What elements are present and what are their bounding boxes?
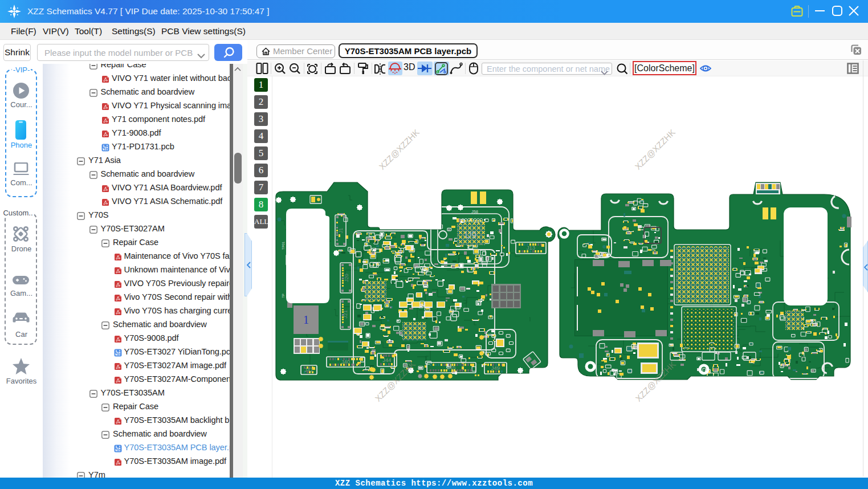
svg-text:J58: J58 [471,209,478,214]
svg-text:XZZ@XZZHK: XZZ@XZZHK [377,127,421,172]
svg-text:J44: J44 [382,357,391,363]
svg-text:XZZ@XZZHK: XZZ@XZZHK [633,127,677,172]
svg-text:1: 1 [303,313,309,326]
svg-text:U9: U9 [465,230,477,240]
svg-text:J45: J45 [447,364,455,370]
svg-text:J41: J41 [304,366,313,373]
svg-text:J1: J1 [338,228,344,234]
svg-text:TP01: TP01 [282,241,285,250]
svg-text:J40: J40 [341,358,350,365]
svg-text:J20: J20 [344,274,349,282]
svg-text:TP: TP [282,294,285,298]
svg-text:J21: J21 [343,310,348,319]
svg-text:J49: J49 [491,365,500,371]
svg-text:J13: J13 [527,244,535,251]
